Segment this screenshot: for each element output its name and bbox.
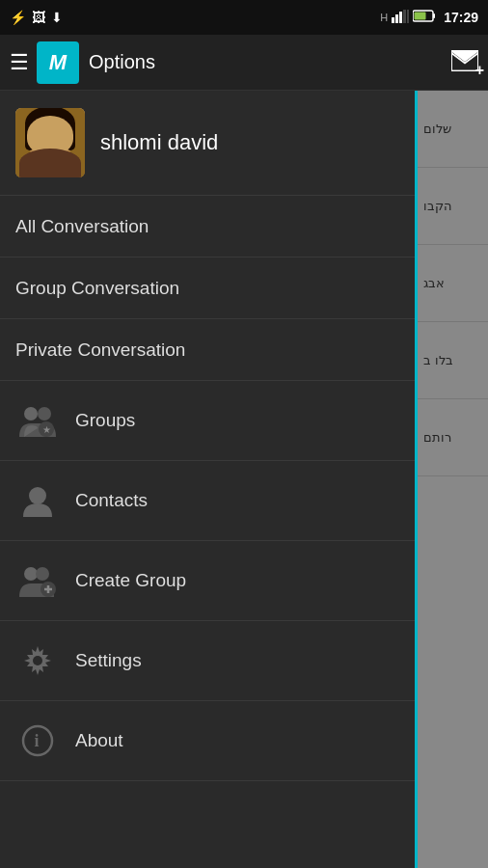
compose-message-button[interactable]: +	[451, 50, 478, 75]
main-layout: shlomi david All Conversation Group Conv…	[0, 91, 488, 868]
settings-label: Settings	[75, 650, 142, 671]
create-group-svg-icon	[19, 564, 56, 597]
usb-icon: ⚡	[10, 10, 26, 25]
sidebar-item-groups[interactable]: ★ Groups	[0, 381, 415, 461]
sidebar-item-private-conversation[interactable]: Private Conversation	[0, 319, 415, 381]
svg-rect-1	[395, 14, 398, 23]
chat-list-item-0[interactable]: שלום	[418, 91, 488, 168]
signal-bars-icon	[392, 10, 409, 26]
about-icon: i	[15, 719, 60, 763]
settings-svg-icon	[21, 644, 54, 677]
private-conversation-label: Private Conversation	[15, 339, 185, 361]
contacts-icon	[15, 478, 60, 523]
sidebar-item-create-group[interactable]: Create Group	[0, 541, 415, 621]
contacts-label: Contacts	[75, 490, 148, 511]
svg-point-14	[36, 136, 45, 144]
groups-icon: ★	[15, 398, 60, 443]
app-logo: M	[37, 41, 79, 84]
avatar	[15, 108, 85, 177]
groups-svg-icon: ★	[19, 404, 56, 437]
status-right-info: H 17:29	[380, 10, 478, 26]
user-name: shlomi david	[100, 130, 218, 155]
chat-list-sidebar: שלום הקבו אבג בלו ב רותם	[415, 91, 488, 868]
svg-point-23	[29, 487, 46, 504]
user-profile-section: shlomi david	[0, 91, 415, 196]
download-icon: ⬇	[51, 10, 63, 25]
create-group-label: Create Group	[75, 570, 186, 591]
status-left-icons: ⚡ 🖼 ⬇	[10, 10, 63, 25]
sidebar-item-about[interactable]: i About	[0, 701, 415, 781]
navigation-drawer: shlomi david All Conversation Group Conv…	[0, 91, 415, 868]
svg-point-18	[23, 170, 77, 177]
svg-point-19	[24, 407, 38, 420]
svg-rect-12	[25, 122, 35, 150]
about-label: About	[75, 730, 123, 751]
group-conversation-label: Group Conversation	[15, 278, 179, 299]
groups-label: Groups	[75, 410, 135, 431]
svg-point-20	[38, 407, 51, 420]
toolbar-title: Options	[89, 51, 451, 73]
about-svg-icon: i	[21, 724, 54, 757]
status-bar: ⚡ 🖼 ⬇ H 17:29	[0, 0, 488, 35]
battery-icon	[413, 10, 436, 25]
svg-rect-7	[415, 13, 426, 20]
chat-list-item-3[interactable]: בלו ב	[418, 322, 488, 399]
sidebar-item-group-conversation[interactable]: Group Conversation	[0, 258, 415, 319]
svg-rect-6	[433, 14, 435, 18]
svg-rect-4	[407, 10, 409, 23]
svg-rect-13	[66, 122, 75, 150]
svg-text:★: ★	[42, 424, 51, 435]
svg-rect-3	[403, 10, 406, 23]
create-group-icon	[15, 558, 60, 603]
svg-point-11	[29, 118, 71, 168]
svg-rect-17	[42, 166, 58, 177]
sidebar-item-all-conversation[interactable]: All Conversation	[0, 196, 415, 258]
image-icon: 🖼	[32, 10, 45, 25]
avatar-image	[15, 108, 85, 177]
toolbar: ☰ M Options +	[0, 35, 488, 91]
chat-list-item-4[interactable]: רותם	[418, 399, 488, 476]
svg-rect-0	[392, 17, 394, 23]
svg-rect-2	[399, 12, 402, 23]
sidebar-item-contacts[interactable]: Contacts	[0, 461, 415, 541]
svg-point-15	[55, 136, 65, 144]
settings-icon	[15, 638, 60, 683]
logo-text: M	[49, 50, 67, 75]
toolbar-actions: +	[451, 50, 478, 75]
hamburger-menu-button[interactable]: ☰	[10, 50, 29, 75]
svg-point-24	[24, 567, 38, 581]
svg-point-25	[36, 567, 49, 581]
all-conversation-label: All Conversation	[15, 216, 149, 237]
svg-text:i: i	[35, 731, 40, 750]
svg-point-30	[33, 656, 42, 665]
status-time: 17:29	[444, 10, 478, 25]
avatar-svg	[15, 108, 85, 177]
svg-point-16	[33, 154, 68, 174]
plus-icon: +	[475, 62, 484, 79]
contacts-svg-icon	[21, 484, 54, 517]
signal-h-icon: H	[380, 12, 388, 23]
menu-items-list: All Conversation Group Conversation Priv…	[0, 196, 415, 868]
svg-point-10	[25, 108, 75, 141]
chat-list-item-2[interactable]: אבג	[418, 245, 488, 322]
sidebar-item-settings[interactable]: Settings	[0, 621, 415, 701]
chat-list-item-1[interactable]: הקבו	[418, 168, 488, 245]
